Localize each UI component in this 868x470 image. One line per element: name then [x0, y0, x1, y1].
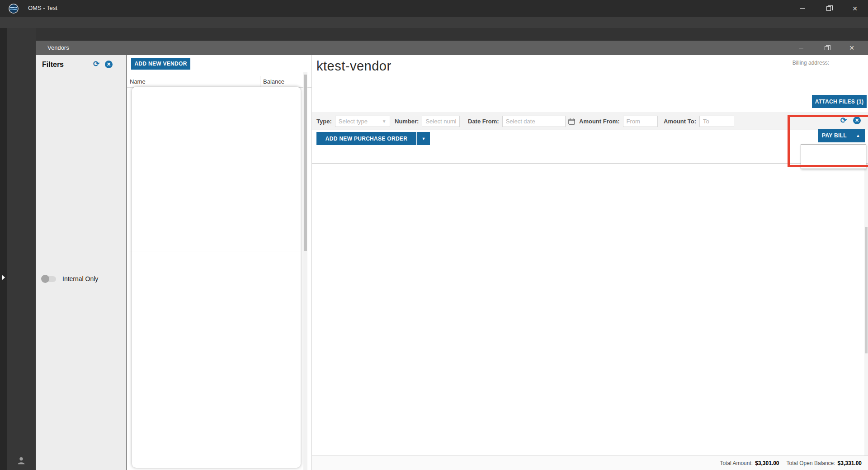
type-filter-select[interactable]: Select type▼ — [335, 116, 390, 127]
type-filter-label: Type: — [316, 118, 332, 125]
main-menu — [0, 17, 868, 28]
vendor-list-divider — [128, 252, 301, 252]
app-title: OMS - Test — [28, 5, 57, 11]
total-open-balance-label: Total Open Balance: — [787, 460, 835, 466]
sidebar-icon-rail — [7, 28, 36, 470]
transactions-table-header — [312, 151, 868, 164]
vendor-detail-panel: ktest-vendor Billing address: ATTACH FIL… — [312, 55, 868, 470]
amount-from-filter-input[interactable] — [623, 116, 658, 127]
amount-to-filter-label: Amount To: — [664, 118, 696, 125]
column-header-name[interactable]: Name — [130, 78, 146, 85]
sidebar-item-user[interactable] — [7, 453, 36, 468]
add-new-vendor-button[interactable]: ADD NEW VENDOR — [131, 58, 190, 70]
add-po-dropdown-toggle[interactable]: ▼ — [417, 132, 430, 145]
window-minimize-button[interactable] — [789, 0, 816, 17]
vendor-list-header: Name Balance — [127, 76, 312, 88]
filters-refresh-icon[interactable]: ⟳ — [93, 60, 99, 68]
subwindow-close-button[interactable]: ✕ — [839, 41, 864, 55]
annotation-highlight-box — [788, 115, 868, 167]
number-filter-label: Number: — [395, 118, 419, 125]
transactions-filter-bar: Type: Select type▼ Number: Date From: — [312, 112, 868, 130]
window-restore-button[interactable] — [816, 0, 842, 17]
panel-expander-arrow-icon[interactable] — [2, 275, 5, 280]
column-header-balance[interactable]: Balance — [263, 78, 284, 85]
vendor-list-overlay-panel — [132, 87, 301, 468]
internal-only-toggle[interactable] — [42, 276, 56, 282]
actions-row: ADD NEW PURCHASE ORDER ▼ — [312, 130, 868, 147]
subwindow-header: Vendors ✕ — [36, 41, 868, 55]
date-from-filter-input[interactable] — [502, 116, 566, 127]
number-filter-input[interactable] — [422, 116, 460, 127]
attach-files-button[interactable]: ATTACH FILES (1) — [812, 95, 867, 108]
internal-only-label: Internal Only — [62, 275, 98, 282]
total-open-balance-value: $3,331.00 — [838, 460, 862, 466]
transactions-table — [312, 151, 868, 164]
add-new-purchase-order-button[interactable]: ADD NEW PURCHASE ORDER — [316, 132, 416, 145]
internal-only-toggle-row: Internal Only — [42, 275, 98, 282]
vendor-list-scrollbar[interactable] — [303, 72, 307, 470]
total-amount-label: Total Amount: — [720, 460, 753, 466]
vendor-name-title: ktest-vendor — [316, 59, 392, 74]
filters-title: Filters — [42, 61, 64, 69]
billing-address: Billing address: — [793, 60, 833, 66]
document-tabstrip — [0, 28, 868, 41]
subwindow-title: Vendors — [47, 44, 69, 51]
filters-close-icon[interactable]: ✕ — [105, 61, 113, 68]
date-from-filter-label: Date From: — [468, 118, 499, 125]
app-window: OMS - Test ✕ Vendors ✕ Filters ⟳ ✕ — [0, 0, 868, 470]
chevron-down-icon: ▼ — [421, 136, 425, 141]
window-close-button[interactable]: ✕ — [842, 0, 868, 17]
filters-panel: Filters ⟳ ✕ Internal Only — [36, 55, 127, 470]
user-icon — [16, 456, 26, 465]
vendor-list-panel: ADD NEW VENDOR Name Balance — [127, 55, 312, 470]
subwindow-restore-button[interactable] — [814, 41, 839, 55]
app-logo-icon — [9, 4, 19, 14]
chevron-down-icon: ▼ — [382, 119, 387, 124]
left-edge-strip — [0, 28, 7, 470]
title-bar: OMS - Test ✕ — [0, 0, 868, 17]
totals-footer: Total Amount: $3,301.00 Total Open Balan… — [312, 456, 868, 470]
calendar-icon[interactable] — [568, 118, 575, 125]
total-amount-value: $3,301.00 — [755, 460, 779, 466]
subwindow-minimize-button[interactable] — [788, 41, 814, 55]
amount-to-filter-input[interactable] — [699, 116, 734, 127]
billing-address-label: Billing address: — [793, 60, 829, 66]
amount-from-filter-label: Amount From: — [579, 118, 620, 125]
transactions-scrollbar[interactable] — [864, 164, 868, 456]
